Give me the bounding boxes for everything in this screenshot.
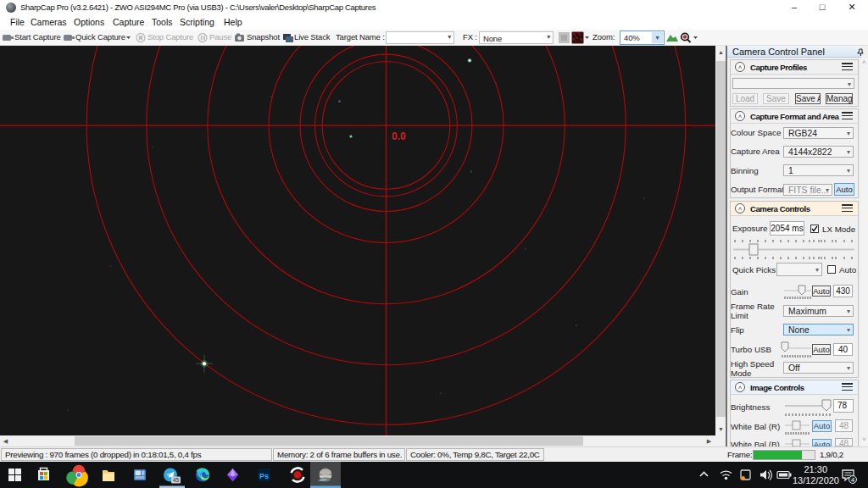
svg-text:Ps: Ps <box>259 472 269 480</box>
svg-text:45: 45 <box>173 477 180 483</box>
svg-text:4: 4 <box>851 476 854 484</box>
svg-text:0.0: 0.0 <box>392 130 406 142</box>
